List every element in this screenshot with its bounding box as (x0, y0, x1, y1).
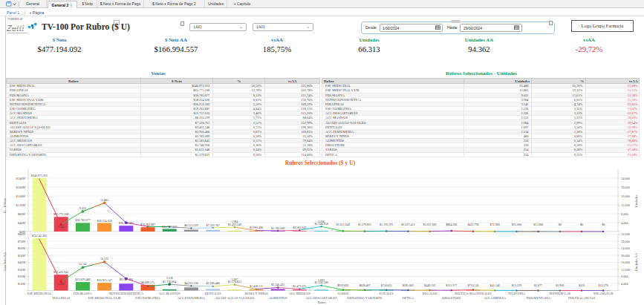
svg-text:9.023: 9.023 (79, 206, 86, 210)
svg-text:$1.032.682: $1.032.682 (423, 223, 436, 226)
svg-text:28.000: 28.000 (621, 240, 630, 243)
svg-text:$20M: $20M (18, 275, 25, 278)
svg-text:VARIOS: VARIOS (337, 292, 349, 295)
svg-text:$2.196.480: $2.196.480 (206, 281, 219, 285)
svg-text:$838.407: $838.407 (359, 283, 370, 287)
svg-text:Unidades: Unidades (634, 194, 638, 207)
svg-text:$0: $0 (580, 223, 583, 226)
svg-text:3.287: 3.287 (231, 278, 238, 281)
svg-text:$50M: $50M (18, 254, 25, 258)
svg-text:INSTRUM LAB: INSTRUM LAB (549, 292, 570, 295)
svg-text:PER.LINEAS: PER.LINEAS (52, 296, 71, 300)
svg-text:$884.306: $884.306 (446, 223, 457, 226)
svg-text:REGALOS: REGALOS (423, 292, 438, 295)
svg-text:ESP. MEDICINAL: ESP. MEDICINAL (27, 292, 52, 295)
svg-text:5.061: 5.061 (58, 282, 65, 286)
svg-text:ACC.MASIVOS: ACC.MASIVOS (159, 292, 181, 295)
svg-text:3.536: 3.536 (166, 276, 173, 280)
svg-text:$1.472.375: $1.472.375 (293, 284, 306, 288)
svg-text:ORTOPEDIA Y DEPORTE: ORTOPEDIA Y DEPORTE (347, 296, 383, 300)
svg-text:$41.146: $41.146 (490, 283, 500, 287)
svg-text:$72.960: $72.960 (490, 223, 500, 226)
svg-text:$65.775.108: $65.775.108 (53, 212, 68, 216)
svg-text:$449.102: $449.102 (424, 283, 435, 287)
svg-text:$1.458.131: $1.458.131 (250, 284, 263, 288)
svg-text:$2.783.009: $2.783.009 (271, 226, 284, 230)
svg-text:Total Neto AA: Total Neto AA (3, 252, 7, 272)
svg-text:$1.017.412: $1.017.412 (401, 223, 414, 226)
svg-text:$12.029.466: $12.029.466 (75, 278, 90, 281)
svg-text:8.000: 8.000 (621, 275, 628, 278)
svg-text:OPTICA: OPTICA (403, 296, 414, 300)
svg-text:4.000: 4.000 (621, 282, 628, 286)
svg-text:INDUMENTARIA: INDUMENTARIA (526, 296, 551, 300)
svg-text:8.000: 8.000 (621, 212, 628, 216)
svg-text:$120M: $120M (16, 203, 26, 207)
svg-text:$12.276: $12.276 (599, 283, 608, 287)
svg-text:$959.693: $959.693 (337, 283, 348, 287)
svg-text:$1.631.048: $1.631.048 (336, 223, 350, 226)
svg-text:U. $ Neto: U. $ Neto (3, 197, 7, 213)
svg-text:$240M: $240M (16, 177, 26, 180)
svg-text:$13.329: $13.329 (512, 283, 521, 287)
svg-text:12.000: 12.000 (621, 268, 630, 272)
svg-text:RECETAS MAGISTRALES: RECETAS MAGISTRALES (455, 292, 492, 295)
svg-text:$160M: $160M (16, 194, 26, 198)
svg-text:$26.253.303: $26.253.303 (119, 221, 134, 225)
svg-text:$2.877: $2.877 (534, 283, 542, 287)
svg-text:4.000: 4.000 (621, 221, 628, 225)
svg-text:$240.971.922: $240.971.922 (31, 174, 48, 177)
svg-text:$0: $0 (602, 223, 605, 226)
svg-text:TELEFONIA: TELEFONIA (508, 292, 526, 295)
svg-text:$595.862: $595.862 (403, 283, 414, 287)
svg-text:$22.435.941: $22.435.941 (53, 270, 68, 274)
svg-text:$40M: $40M (18, 260, 25, 264)
svg-text:$11.757.010: $11.757.010 (162, 225, 177, 229)
svg-text:$412.790: $412.790 (467, 223, 478, 226)
svg-text:3.141: 3.141 (58, 225, 65, 229)
svg-text:$80M: $80M (18, 232, 25, 236)
svg-text:$115.977: $115.977 (446, 283, 457, 287)
svg-text:NUTRICION/DIETETICA: NUTRICION/DIETETICA (108, 292, 144, 295)
svg-text:ESP.COSMIATRIA: ESP.COSMIATRIA (135, 296, 161, 300)
svg-text:ALCOH-AGUAS-VAS-OLEO: ALCOH-AGUAS-VAS-OLEO (215, 296, 254, 300)
svg-text:Rubro: Rubro (317, 301, 326, 304)
svg-text:$70M: $70M (18, 240, 25, 243)
svg-text:$80M: $80M (18, 212, 25, 216)
svg-text:2.206: 2.206 (318, 220, 325, 223)
svg-text:$758.625: $758.625 (381, 283, 392, 287)
svg-text:ESP. MEDICINAL V.LIB: ESP. MEDICINAL V.LIB (88, 296, 121, 300)
svg-text:ALIMENTOS: ALIMENTOS (269, 296, 287, 300)
svg-text:SIN ASIGNAR: SIN ASIGNAR (593, 292, 614, 295)
svg-text:ACC.LIMPIEZA: ACC.LIMPIEZA (484, 296, 507, 300)
svg-text:$25.000: $25.000 (512, 223, 521, 226)
svg-text:1.984: 1.984 (231, 220, 238, 223)
svg-text:13.145: 13.145 (79, 262, 87, 266)
svg-text:$19.283.687: $19.283.687 (140, 223, 155, 226)
svg-text:$38.334.028: $38.334.028 (97, 219, 111, 223)
svg-text:12.885: 12.885 (100, 198, 108, 202)
svg-text:$74.145.383: $74.145.383 (32, 234, 47, 237)
svg-text:2.892: 2.892 (318, 278, 325, 282)
svg-text:$1.379.821: $1.379.821 (358, 223, 371, 226)
svg-text:Rubros Seleccionados ($ y U): Rubros Seleccionados ($ y U) (285, 160, 356, 166)
svg-text:$710.526: $710.526 (467, 283, 478, 287)
svg-text:$0: $0 (559, 223, 562, 226)
svg-text:20.000: 20.000 (621, 254, 630, 258)
svg-text:DRUGSTORE: DRUGSTORE (442, 296, 461, 300)
svg-text:$2.246.435: $2.246.435 (271, 283, 284, 286)
svg-text:ACC.PERFUMERIA: ACC.PERFUMERIA (178, 296, 206, 300)
svg-text:Unidades AA: Unidades AA (634, 252, 638, 271)
svg-text:$30M: $30M (18, 268, 25, 272)
svg-text:$10M: $10M (18, 282, 25, 286)
svg-text:$8.153.229: $8.153.229 (184, 223, 198, 227)
svg-text:$7.320.767: $7.320.767 (206, 223, 219, 227)
svg-text:$1.193.391: $1.193.391 (380, 223, 393, 226)
svg-text:$1.738.064: $1.738.064 (163, 280, 176, 283)
svg-text:16.000: 16.000 (621, 260, 630, 264)
svg-text:32.000: 32.000 (621, 232, 630, 236)
svg-text:ACC.DESCARTABLES: ACC.DESCARTABLES (306, 296, 338, 300)
svg-text:$200M: $200M (16, 186, 26, 189)
svg-text:ACC.MEDICOS: ACC.MEDICOS (289, 292, 311, 295)
svg-text:$60M: $60M (18, 246, 25, 250)
